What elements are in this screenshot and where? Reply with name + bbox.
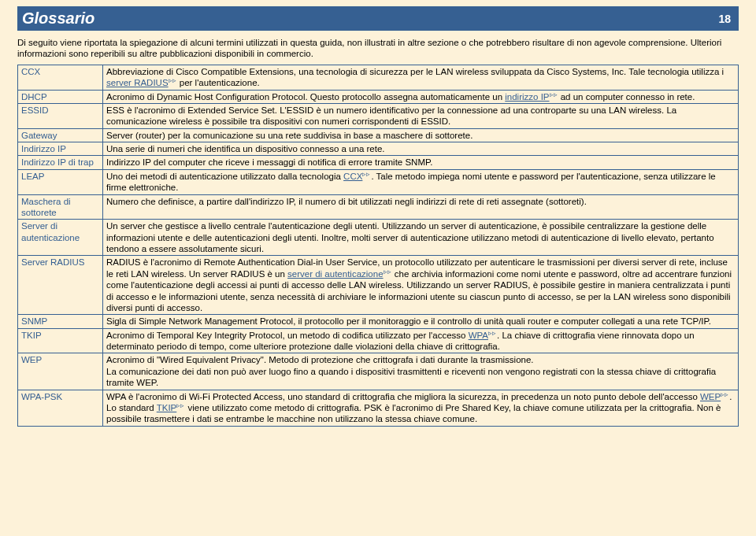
glossary-term: SNMP [18,315,103,328]
cross-reference-link[interactable]: WPA [469,331,488,340]
glossary-row: WEPAcronimo di "Wired Equivalent Privacy… [18,353,739,390]
glossary-term: Maschera di sottorete [18,194,103,220]
glossary-definition: Numero che definisce, a partire dall'ind… [103,194,739,220]
glossary-definition: Abbreviazione di Cisco Compatible Extens… [103,65,739,90]
definition-text: Acronimo di "Wired Equivalent Privacy". … [106,355,534,364]
glossary-term: ESSID [18,103,103,128]
glossary-definition: Acronimo di Temporal Key Integrity Proto… [103,328,739,353]
glossary-row: Server RADIUSRADIUS è l'acronimo di Remo… [18,256,739,315]
glossary-definition: Un server che gestisce a livello central… [103,220,739,256]
glossary-row: Maschera di sottoreteNumero che definisc… [18,194,739,220]
intro-paragraph: Di seguito viene riportata la spiegazion… [17,37,739,60]
definition-text: per l'autenticazione. [177,78,260,87]
glossary-term: TKIP [18,328,103,353]
glossary-term: Server RADIUS [18,256,103,315]
glossary-term: Server di autenticazione [18,220,103,256]
glossary-row: CCXAbbreviazione di Cisco Compatible Ext… [18,65,739,90]
glossary-row: SNMPSigla di Simple Network Management P… [18,315,739,328]
glossary-definition: Uno dei metodi di autenticazione utilizz… [103,169,739,194]
glossary-row: WPA-PSKWPA è l'acronimo di Wi-Fi Protect… [18,390,739,426]
cross-reference-icon: ▹▹ [169,77,176,84]
glossary-row: Indirizzo IPUna serie di numeri che iden… [18,142,739,156]
page-number: 18 [718,13,731,25]
definition-text: Una serie di numeri che identifica un di… [106,144,385,153]
page-content: Glossario 18 Di seguito viene riportata … [0,0,756,442]
cross-reference-link[interactable]: server di autenticazione [287,269,383,279]
cross-reference-icon: ▹▹ [362,171,370,178]
glossary-row: ESSIDESS è l'acronimo di Extended Servic… [18,103,739,128]
glossary-term: LEAP [18,169,103,194]
cross-reference-icon: ▹▹ [488,330,496,337]
glossary-definition: ESS è l'acronimo di Extended Service Set… [103,103,739,128]
definition-text: Server (router) per la comunicazione su … [106,131,472,140]
header-bar: Glossario 18 [17,6,739,31]
glossary-definition: Acronimo di "Wired Equivalent Privacy". … [103,353,739,390]
glossary-term: CCX [18,65,103,90]
definition-text: Acronimo di Temporal Key Integrity Proto… [106,331,469,340]
cross-reference-icon: ▹▹ [721,391,728,398]
definition-text: Numero che definisce, a partire dall'ind… [106,197,587,206]
glossary-definition: RADIUS è l'acronimo di Remote Authentica… [103,256,739,315]
cross-reference-icon: ▹▹ [550,91,558,98]
definition-text: WPA è l'acronimo di Wi-Fi Protected Acce… [106,392,700,401]
cross-reference-link[interactable]: CCX [343,172,362,181]
glossary-term: DHCP [18,90,103,103]
glossary-term: WEP [18,353,103,390]
glossary-row: DHCPAcronimo di Dynamic Host Configurati… [18,90,739,103]
definition-text: Sigla di Simple Network Management Proto… [106,316,711,326]
glossary-definition: Sigla di Simple Network Management Proto… [103,315,739,328]
definition-text: Acronimo di Dynamic Host Configuration P… [106,92,505,102]
glossary-definition: Indirizzo IP del computer che riceve i m… [103,156,739,169]
glossary-row: Indirizzo IP di trapIndirizzo IP del com… [18,156,739,169]
cross-reference-icon: ▹▹ [176,402,184,409]
cross-reference-link[interactable]: TKIP [157,403,177,412]
glossary-definition: Una serie di numeri che identifica un di… [103,142,739,156]
glossary-term: Gateway [18,128,103,142]
page-title: Glossario [22,9,94,28]
definition-text: La comunicazione dei dati non può aver l… [106,367,716,387]
glossary-definition: Acronimo di Dynamic Host Configuration P… [103,90,739,103]
definition-text: Indirizzo IP del computer che riceve i m… [106,157,432,167]
definition-text: Uno dei metodi di autenticazione utilizz… [106,172,343,181]
definition-text: Un server che gestisce a livello central… [106,221,714,253]
glossary-term: Indirizzo IP [18,142,103,156]
glossary-row: LEAPUno dei metodi di autenticazione uti… [18,169,739,194]
glossary-term: WPA-PSK [18,390,103,426]
cross-reference-link[interactable]: server RADIUS [106,78,169,87]
cross-reference-icon: ▹▹ [384,268,391,275]
glossary-definition: WPA è l'acronimo di Wi-Fi Protected Acce… [103,390,739,426]
cross-reference-link[interactable]: indirizzo IP [505,92,549,102]
glossary-definition: Server (router) per la comunicazione su … [103,128,739,142]
cross-reference-link[interactable]: WEP [700,392,721,401]
definition-text: Abbreviazione di Cisco Compatible Extens… [106,67,724,76]
glossary-row: Server di autenticazioneUn server che ge… [18,220,739,256]
glossary-row: TKIPAcronimo di Temporal Key Integrity P… [18,328,739,353]
glossary-table: CCXAbbreviazione di Cisco Compatible Ext… [17,65,739,427]
definition-text: ad un computer connesso in rete. [558,92,695,102]
glossary-row: GatewayServer (router) per la comunicazi… [18,128,739,142]
definition-text: viene utilizzato come metodo di crittogr… [106,403,721,423]
glossary-term: Indirizzo IP di trap [18,156,103,169]
definition-text: ESS è l'acronimo di Extended Service Set… [106,105,676,126]
